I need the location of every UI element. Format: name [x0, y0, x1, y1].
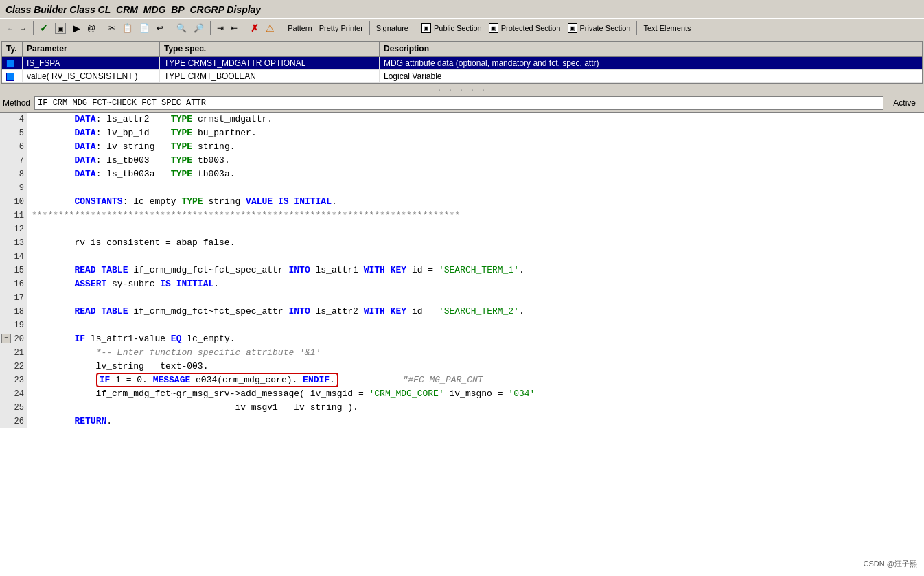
indent-btn[interactable]: ⇥: [214, 21, 227, 35]
line-number: 4: [0, 113, 27, 126]
line-content: IF 1 = 0. MESSAGE e034(crm_mdg_core). EN…: [27, 373, 487, 387]
separator-2: [102, 21, 102, 35]
tools-icon: ✂: [108, 23, 115, 33]
code-line: 15 READ TABLE if_crm_mdg_fct~fct_spec_at…: [0, 264, 924, 277]
paste-icon: 📄: [139, 23, 150, 33]
line-content: CONSTANTS: lc_empty TYPE string VALUE IS…: [27, 195, 341, 209]
row1-description: MDG attribute data (optional, mandatory …: [380, 57, 922, 69]
line-content: *-- Enter function specific attribute '&…: [27, 346, 325, 360]
line-number: 9: [0, 181, 27, 195]
line-number: 17: [0, 291, 27, 305]
text-elements-button[interactable]: Text Elements: [640, 22, 693, 34]
separator-6: [281, 21, 281, 35]
code-line: 5 DATA: lv_bp_id TYPE bu_partner.: [0, 126, 924, 140]
line-number: 23: [0, 373, 27, 387]
text-elements-label: Text Elements: [643, 24, 691, 32]
forward-button[interactable]: →: [17, 22, 30, 34]
separator-3: [170, 21, 170, 35]
code-line: 6 DATA: lv_string TYPE string.: [0, 140, 924, 154]
separator-9: [636, 21, 637, 35]
row1-typespec: TYPE CRMST_MDGATTR OPTIONAL: [160, 57, 380, 69]
signature-button[interactable]: Signature: [373, 22, 411, 34]
pattern-label: Pattern: [288, 24, 312, 32]
code-line: 24 if_crm_mdg_fct~gr_msg_srv->add_messag…: [0, 387, 924, 401]
line-content: RETURN.: [27, 415, 116, 428]
undo-btn[interactable]: ↩: [154, 21, 166, 35]
line-content: lv_string = text-003.: [27, 360, 212, 373]
method-input[interactable]: [34, 96, 883, 110]
error-btn[interactable]: ✗: [248, 21, 262, 36]
line-number: 7: [0, 154, 27, 168]
line-content: rv_is_consistent = abap_false.: [27, 236, 239, 250]
protected-section-button[interactable]: ▣ Protected Section: [486, 21, 564, 35]
code-line: 11 *************************************…: [0, 209, 924, 222]
protected-section-label: Protected Section: [501, 24, 561, 32]
line-number: 25: [0, 401, 27, 415]
line-number: 6: [0, 140, 27, 154]
execute-btn[interactable]: ▶: [70, 21, 83, 36]
row2-parameter: value( RV_IS_CONSISTENT ): [23, 70, 160, 82]
find-btn[interactable]: 🔍: [174, 21, 189, 35]
code-line: 22 lv_string = text-003.: [0, 360, 924, 373]
copy-icon: 📋: [122, 23, 132, 33]
param-row[interactable]: IS_FSPA TYPE CRMST_MDGATTR OPTIONAL MDG …: [2, 57, 922, 70]
indent-icon: ⇥: [217, 23, 224, 33]
line-content: DATA: lv_bp_id TYPE bu_partner.: [27, 126, 261, 140]
public-section-label: Public Section: [434, 24, 482, 32]
code-line: 19: [0, 319, 924, 332]
code-line: 18 READ TABLE if_crm_mdg_fct~fct_spec_at…: [0, 305, 924, 319]
line-number: 8: [0, 168, 27, 181]
separator-4: [210, 21, 211, 35]
line-content: [27, 181, 41, 195]
code-line: 9: [0, 181, 924, 195]
line-number: 18: [0, 305, 27, 319]
row1-type: [2, 57, 23, 69]
code-line: 25 iv_msgv1 = lv_string ).: [0, 401, 924, 415]
line-content: [27, 222, 41, 236]
nav-arrows: ← →: [4, 22, 30, 34]
row2-type: [2, 70, 23, 82]
debug-icon: @: [87, 23, 95, 33]
pretty-printer-button[interactable]: Pretty Printer: [316, 22, 366, 34]
activate-icon: ✓: [40, 23, 48, 34]
private-section-label: Private Section: [580, 24, 631, 32]
drag-handle[interactable]: . . . . .: [0, 84, 924, 94]
public-section-button[interactable]: ▣ Public Section: [419, 21, 485, 35]
error-icon: ✗: [251, 23, 259, 34]
tools-btn[interactable]: ✂: [106, 21, 118, 35]
find-next-btn[interactable]: 🔎: [191, 21, 207, 35]
pattern-button[interactable]: Pattern: [285, 22, 314, 34]
warning-btn[interactable]: ⚠: [263, 21, 277, 36]
param-table-header: Ty. Parameter Type spec. Description: [2, 42, 922, 57]
expand-button[interactable]: −: [1, 334, 11, 343]
code-line-highlighted: 23 IF 1 = 0. MESSAGE e034(crm_mdg_core).…: [0, 373, 924, 387]
code-editor[interactable]: 4 DATA: ls_attr2 TYPE crmst_mdgattr. 5 D…: [0, 113, 924, 576]
main-container: Ty. Parameter Type spec. Description IS_…: [0, 38, 924, 576]
param-row[interactable]: value( RV_IS_CONSISTENT ) TYPE CRMT_BOOL…: [2, 70, 922, 83]
line-content: ASSERT sy-subrc IS INITIAL.: [27, 277, 223, 291]
debug-btn[interactable]: @: [84, 21, 98, 35]
find-icon: 🔍: [176, 23, 187, 33]
paste-btn[interactable]: 📄: [137, 21, 152, 35]
method-bar: Method Active: [0, 94, 924, 113]
outdent-icon: ⇤: [231, 23, 238, 33]
separator-1: [33, 21, 34, 35]
activate-btn[interactable]: ✓: [37, 21, 51, 36]
col-parameter: Parameter: [23, 42, 160, 56]
line-number: 19: [0, 319, 27, 332]
code-line: 21 *-- Enter function specific attribute…: [0, 346, 924, 360]
private-section-button[interactable]: ▣ Private Section: [565, 21, 634, 35]
line-content: [27, 250, 41, 264]
warning-icon: ⚠: [266, 23, 275, 34]
code-line: 7 DATA: ls_tb003 TYPE tb003.: [0, 154, 924, 168]
display-btn[interactable]: ▣: [52, 21, 69, 36]
back-button[interactable]: ←: [4, 22, 16, 34]
outdent-btn[interactable]: ⇤: [228, 21, 240, 35]
find-next-icon: 🔎: [194, 23, 204, 33]
highlight-box: IF 1 = 0. MESSAGE e034(crm_mdg_core). EN…: [96, 373, 338, 387]
code-line: 4 DATA: ls_attr2 TYPE crmst_mdgattr.: [0, 113, 924, 126]
copy-btn[interactable]: 📋: [119, 21, 135, 35]
watermark: CSDN @汪子熙: [864, 559, 917, 569]
line-content: DATA: ls_tb003 TYPE tb003.: [27, 154, 234, 168]
col-description: Description: [380, 42, 922, 56]
